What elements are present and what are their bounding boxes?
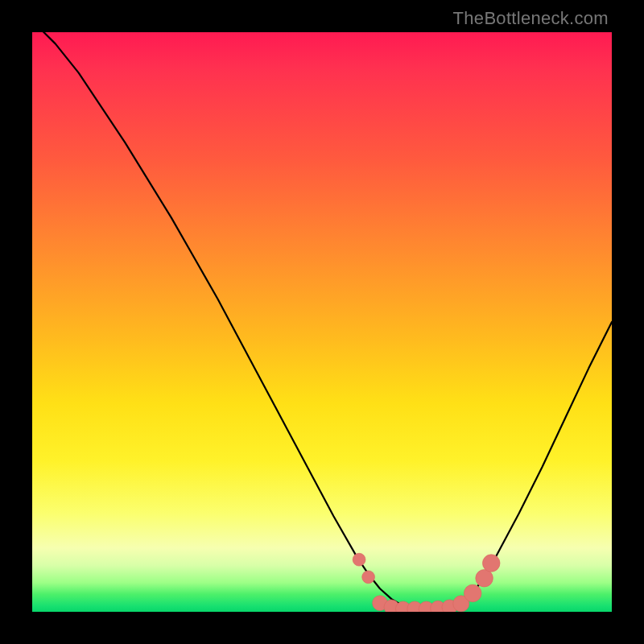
chart-stage: TheBottleneck.com bbox=[0, 0, 644, 644]
curve-marker bbox=[362, 571, 375, 584]
curve-marker bbox=[353, 553, 365, 566]
curve-marker bbox=[464, 584, 481, 602]
bottleneck-curve bbox=[32, 32, 612, 612]
watermark-text: TheBottleneck.com bbox=[453, 8, 609, 29]
plot-area bbox=[32, 32, 612, 612]
curve-marker bbox=[482, 555, 500, 572]
curve-layer bbox=[32, 32, 612, 612]
curve-marker bbox=[476, 569, 493, 587]
